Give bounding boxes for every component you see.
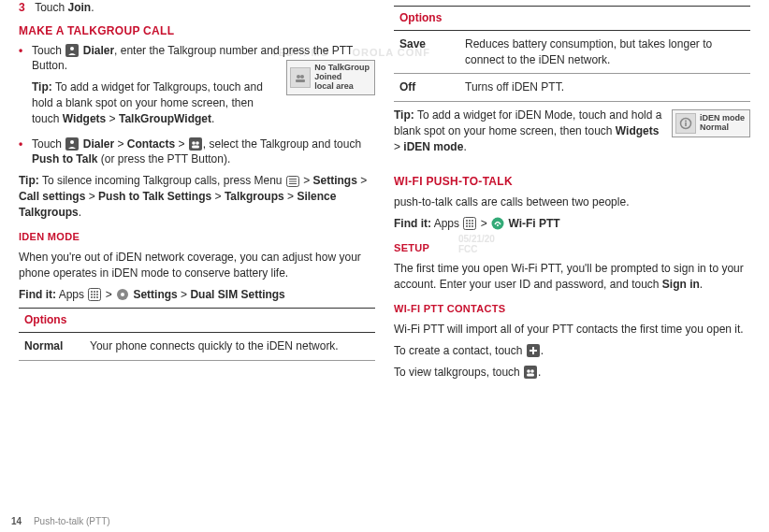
dialer-icon: [65, 137, 79, 151]
wifi-ptt-desc: push-to-talk calls are calls between two…: [394, 194, 750, 210]
svg-point-9: [196, 141, 199, 145]
wifi-contacts-desc: Wi-Fi PTT will import all of your PTT co…: [394, 322, 750, 338]
heading-make-talkgroup-call: Make a Talkgroup call: [19, 23, 375, 39]
iden-mode-desc: When you're out of iDEN network coverage…: [19, 250, 375, 281]
left-column: 3 Touch Join. Make a Talkgroup call • To…: [9, 0, 384, 486]
right-column: Options Save Reduces battery consumption…: [384, 0, 760, 486]
table-row: Off Turns off iDEN PTT.: [394, 74, 750, 102]
bullet-dot: •: [19, 137, 32, 168]
section-name: Push-to-talk (PTT): [34, 516, 110, 526]
group-icon: [189, 137, 202, 151]
svg-point-24: [96, 296, 98, 298]
heading-setup: Setup: [394, 241, 750, 255]
svg-point-35: [469, 223, 471, 224]
bullet-dialer-contacts: • Touch Dialer > Contacts > , select the…: [19, 137, 375, 168]
svg-point-3: [300, 75, 304, 79]
view-talkgroups: To view talkgroups, touch .: [394, 365, 750, 381]
setup-desc: The first time you open Wi-Fi PTT, you'l…: [394, 261, 750, 293]
table-row: Normal Your phone connects quickly to th…: [19, 333, 375, 361]
svg-point-33: [472, 220, 473, 222]
create-contact: To create a contact, touch .: [394, 343, 750, 359]
apps-icon: [88, 288, 101, 301]
iden-mode-widget-preview: iDEN mode Normal: [672, 109, 750, 137]
svg-point-22: [91, 296, 93, 298]
tip-label: Tip:: [394, 108, 414, 122]
svg-rect-4: [296, 79, 305, 82]
svg-point-37: [466, 225, 468, 227]
svg-rect-45: [524, 366, 537, 379]
heading-wifi-ptt: Wi-Fi Push-to-talk: [394, 174, 750, 190]
settings-icon: [116, 288, 129, 301]
talkgroup-widget-icon: [290, 67, 311, 88]
svg-point-6: [70, 140, 74, 144]
svg-point-20: [94, 294, 95, 295]
info-icon: [675, 113, 696, 134]
svg-rect-48: [527, 373, 534, 376]
apps-icon: [463, 217, 476, 230]
heading-iden-mode: iDEN Mode: [19, 230, 375, 244]
svg-point-17: [94, 291, 95, 293]
talkgroup-widget-preview: No TalkGroup Joined local area: [286, 60, 375, 95]
step-3: 3 Touch Join.: [19, 0, 375, 16]
options-table-right: Options Save Reduces battery consumption…: [394, 6, 750, 102]
svg-point-19: [91, 294, 93, 295]
svg-point-31: [466, 220, 468, 222]
svg-point-41: [497, 224, 499, 226]
svg-point-23: [94, 296, 95, 298]
svg-point-38: [469, 225, 471, 227]
svg-point-16: [91, 291, 93, 293]
svg-point-46: [527, 369, 530, 373]
heading-wifi-contacts: Wi-Fi PTT contacts: [394, 302, 750, 316]
bullet-dot: •: [19, 43, 32, 133]
dialer-label: Dialer: [83, 44, 114, 57]
svg-point-26: [121, 293, 124, 296]
options-table-left: Options Normal Your phone connects quick…: [19, 308, 375, 361]
page-footer: 14 Push-to-talk (PTT): [11, 516, 110, 526]
dialer-label: Dialer: [83, 137, 114, 151]
join-label: Join: [68, 1, 92, 14]
page-number: 14: [11, 516, 22, 526]
svg-point-36: [472, 223, 473, 224]
svg-point-39: [472, 225, 473, 227]
find-it-label: Find it:: [19, 288, 56, 301]
table-row: Save Reduces battery consumption, but ta…: [394, 30, 750, 74]
options-header: Options: [19, 309, 375, 333]
find-it-wifi: Find it: Apps > Wi-Fi PTT: [394, 216, 750, 232]
menu-icon: [286, 176, 299, 187]
svg-rect-29: [685, 122, 687, 126]
svg-point-28: [685, 121, 687, 122]
dialer-icon: [65, 44, 79, 57]
svg-rect-7: [189, 137, 202, 151]
find-it-label: Find it:: [394, 217, 431, 230]
group-icon: [524, 366, 537, 379]
find-it-iden: Find it: Apps > Settings > Dual SIM Sett…: [19, 287, 375, 303]
svg-rect-10: [192, 145, 199, 148]
options-header: Options: [394, 7, 750, 31]
svg-point-18: [96, 291, 98, 293]
svg-point-47: [530, 369, 534, 373]
svg-point-1: [70, 47, 74, 50]
svg-point-34: [466, 223, 468, 224]
tip-silence-talkgroup: Tip: To silence incoming Talkgroup calls…: [19, 173, 375, 220]
svg-point-2: [297, 75, 300, 79]
svg-point-8: [192, 141, 196, 145]
bullet-dialer-ptt: • Touch Dialer, enter the Talkgroup numb…: [19, 43, 375, 133]
svg-point-21: [96, 294, 98, 295]
svg-point-40: [492, 218, 504, 230]
tip-label: Tip:: [32, 80, 52, 93]
contacts-label: Contacts: [127, 137, 175, 151]
wifi-ptt-icon: [491, 217, 504, 230]
svg-point-32: [469, 220, 471, 222]
step-number: 3: [19, 0, 32, 16]
add-icon: [527, 344, 540, 357]
tip-label: Tip:: [19, 174, 39, 187]
